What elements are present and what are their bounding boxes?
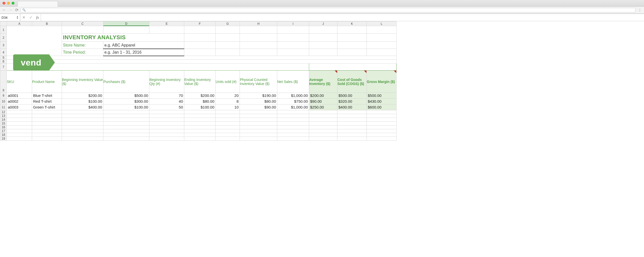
cell-period-label[interactable]: Time Period: — [62, 49, 103, 56]
cell-store-value[interactable]: e.g. ABC Apparel — [103, 42, 184, 49]
cell-B10[interactable]: Red T-shirt — [32, 99, 62, 104]
row-header-7[interactable]: 7 — [0, 63, 7, 71]
cell-J11[interactable]: $250.00 — [309, 104, 337, 110]
cell-J1[interactable] — [309, 26, 337, 34]
cell-F9[interactable]: $200.00 — [184, 93, 216, 99]
cell-G1[interactable] — [216, 26, 240, 34]
row-header-14[interactable]: 14 — [0, 118, 7, 122]
col-header-F[interactable]: F — [184, 22, 216, 26]
cell-C9[interactable]: $200.00 — [62, 93, 103, 99]
cell-I11[interactable]: $1,000.00 — [277, 104, 309, 110]
cell-C11[interactable]: $400.00 — [62, 104, 103, 110]
cell-F4[interactable] — [184, 49, 216, 56]
hdr-margin[interactable]: Gross Margin ($) — [367, 71, 397, 93]
hdr-begin-value[interactable]: Beginning Inventory Value ($) — [62, 71, 103, 93]
cell-A10[interactable]: a0002 — [7, 99, 32, 104]
cell-E1[interactable] — [149, 26, 184, 34]
hdr-end-value[interactable]: Ending Inventory Value ($) — [184, 71, 216, 93]
col-header-I[interactable]: I — [277, 22, 309, 26]
cell-A11[interactable]: a0003 — [7, 104, 32, 110]
col-header-B[interactable]: B — [32, 22, 62, 26]
cell-I3[interactable] — [277, 42, 309, 49]
row-header-10[interactable]: 10 — [0, 99, 7, 104]
cell-I10[interactable]: $750.00 — [277, 99, 309, 104]
cell-H2[interactable] — [240, 34, 277, 42]
cell-J10[interactable]: $90.00 — [309, 99, 337, 104]
cell-K3[interactable] — [337, 42, 367, 49]
col-header-J[interactable]: J — [309, 22, 337, 26]
name-box[interactable]: D34 ▲▼ — [0, 14, 20, 21]
cell-K1[interactable] — [337, 26, 367, 34]
cell-L4[interactable] — [367, 49, 397, 56]
name-box-stepper[interactable]: ▲▼ — [16, 16, 18, 19]
browser-menu-icon[interactable]: ⋮ — [637, 8, 642, 12]
cell-store-label[interactable]: Store Name: — [62, 42, 103, 49]
row-header-13[interactable]: 13 — [0, 114, 7, 118]
banner-calc-region[interactable] — [309, 63, 397, 71]
cell-E11[interactable]: 50 — [149, 104, 184, 110]
row-header-5[interactable]: 5 — [0, 56, 7, 60]
cell-L3[interactable] — [367, 42, 397, 49]
cell-C10[interactable]: $100.00 — [62, 99, 103, 104]
col-header-H[interactable]: H — [240, 22, 277, 26]
row-header-19[interactable]: 19 — [0, 137, 7, 141]
cell-period-value[interactable]: e.g. Jan 1 - 31, 2016 — [103, 49, 184, 56]
cell-B9[interactable]: Blue T-shirt — [32, 93, 62, 99]
cell-L10[interactable]: $430.00 — [367, 99, 397, 104]
row-header-16[interactable]: 16 — [0, 125, 7, 129]
hdr-product-name[interactable]: Product Name — [32, 71, 62, 93]
cell-I9[interactable]: $1,000.00 — [277, 93, 309, 99]
cell-row5[interactable] — [7, 56, 397, 60]
cell-title[interactable]: INVENTORY ANALYSIS — [62, 34, 184, 42]
cell-D9[interactable]: $500.00 — [103, 93, 149, 99]
hdr-phys-value[interactable]: Physical Counted Inventory Value ($) — [240, 71, 277, 93]
cell-G10[interactable]: 8 — [216, 99, 240, 104]
cell-K2[interactable] — [337, 34, 367, 42]
row-header-11[interactable]: 11 — [0, 104, 7, 110]
cell-D1[interactable] — [103, 26, 149, 34]
hdr-net-sales[interactable]: Net Sales ($) — [277, 71, 309, 93]
cell-J2[interactable] — [309, 34, 337, 42]
row-header-15[interactable]: 15 — [0, 122, 7, 125]
cell-E9[interactable]: 70 — [149, 93, 184, 99]
cell-K9[interactable]: $500.00 — [337, 93, 367, 99]
cell-B11[interactable]: Green T-shirt — [32, 104, 62, 110]
cell-logo-area[interactable] — [7, 26, 62, 56]
hdr-avg-inventory[interactable]: Average Inventory ($) — [309, 71, 337, 93]
cell-I1[interactable] — [277, 26, 309, 34]
col-header-E[interactable]: E — [149, 22, 184, 26]
row-header-3[interactable]: 3 — [0, 42, 7, 49]
accept-formula-icon[interactable]: ✓ — [29, 15, 33, 20]
cell-L11[interactable]: $600.00 — [367, 104, 397, 110]
col-header-K[interactable]: K — [337, 22, 367, 26]
close-window-icon[interactable] — [3, 2, 5, 5]
cell-G3[interactable] — [216, 42, 240, 49]
browser-tab[interactable] — [17, 1, 58, 7]
row-header-12[interactable]: 12 — [0, 110, 7, 114]
row-header-4[interactable]: 4 — [0, 49, 7, 56]
forward-icon[interactable]: → — [9, 8, 13, 12]
col-header-D[interactable]: D — [103, 22, 149, 26]
cell-K10[interactable]: $320.00 — [337, 99, 367, 104]
cell-L1[interactable] — [367, 26, 397, 34]
cell-G4[interactable] — [216, 49, 240, 56]
address-input[interactable]: 🔍 — [20, 8, 635, 12]
cell-K4[interactable] — [337, 49, 367, 56]
cell-H9[interactable]: $190.00 — [240, 93, 277, 99]
cell-H3[interactable] — [240, 42, 277, 49]
cell-F2[interactable] — [184, 34, 216, 42]
cell-C1[interactable] — [62, 26, 103, 34]
cell-E10[interactable]: 40 — [149, 99, 184, 104]
hdr-cogs[interactable]: Cost of Goods Sold (COGS) ($) — [337, 71, 367, 93]
cell-D11[interactable]: $100.00 — [103, 104, 149, 110]
cell-G9[interactable]: 20 — [216, 93, 240, 99]
cell-H4[interactable] — [240, 49, 277, 56]
maximize-window-icon[interactable] — [12, 2, 14, 5]
cell-G11[interactable]: 10 — [216, 104, 240, 110]
cancel-formula-icon[interactable]: ✕ — [22, 15, 26, 20]
cell-row6[interactable] — [7, 60, 397, 63]
cell-J4[interactable] — [309, 49, 337, 56]
hdr-begin-qty[interactable]: Beginning Inventory Qty (#) — [149, 71, 184, 93]
minimize-window-icon[interactable] — [7, 2, 10, 5]
back-icon[interactable]: ← — [2, 8, 6, 12]
